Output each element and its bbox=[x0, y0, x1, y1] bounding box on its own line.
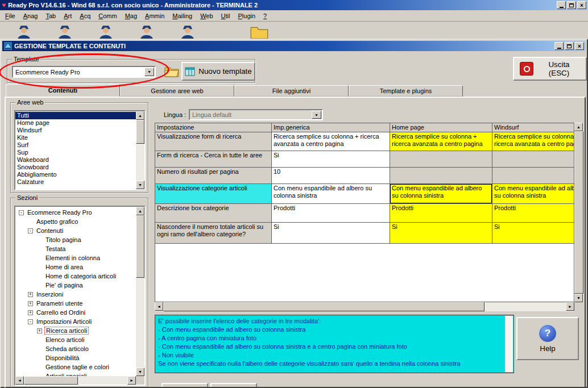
scrollbar-thumb[interactable] bbox=[136, 120, 144, 144]
tree-item-articoli-speciali[interactable]: Articoli speciali bbox=[16, 372, 136, 376]
list-item-sup[interactable]: Sup bbox=[15, 149, 136, 156]
dialog-close-button[interactable]: × bbox=[575, 42, 584, 50]
list-item-abbigliamento[interactable]: Abbigliamento bbox=[15, 171, 136, 178]
maximize-button[interactable] bbox=[567, 1, 576, 9]
tab-gestione-aree-web[interactable]: Gestione aree web bbox=[120, 85, 234, 97]
menu-item-util[interactable]: Util bbox=[217, 11, 234, 21]
setting-name-cell[interactable]: Nascondere il numero totale articoli su … bbox=[155, 223, 272, 244]
scrollbar-thumb[interactable] bbox=[136, 215, 144, 278]
menu-item-ammin[interactable]: Ammin bbox=[141, 11, 168, 21]
tree-item-carrello-ed-ordini[interactable]: +Carrello ed Ordini bbox=[16, 308, 136, 317]
tree-item-gestione-taglie-e-colori[interactable]: Gestione taglie e colori bbox=[16, 362, 136, 372]
collapse-icon[interactable]: - bbox=[28, 228, 33, 233]
menu-item-help[interactable]: ? bbox=[259, 11, 271, 21]
list-item-surf[interactable]: Surf bbox=[15, 141, 136, 149]
setting-value-cell[interactable]: Si bbox=[390, 223, 492, 244]
menu-item-mailing[interactable]: Mailing bbox=[168, 11, 196, 21]
setting-value-cell[interactable]: Ricerca semplice su colonna + ricerca av… bbox=[390, 132, 492, 151]
bottom-partial-button-1[interactable] bbox=[162, 383, 208, 388]
scroll-right-icon[interactable]: ► bbox=[127, 376, 136, 385]
expand-icon[interactable]: + bbox=[28, 301, 33, 306]
menu-item-anag[interactable]: Anag bbox=[19, 11, 42, 21]
bottom-partial-button-2[interactable]: × bbox=[210, 383, 257, 388]
list-item-kite[interactable]: Kite bbox=[15, 134, 136, 141]
help-button[interactable]: ? Help bbox=[516, 317, 579, 360]
scroll-right-icon[interactable]: ► bbox=[566, 302, 574, 311]
tab-file-aggiuntivi[interactable]: File aggiuntivi bbox=[234, 85, 349, 97]
setting-value-cell[interactable] bbox=[390, 168, 492, 184]
scrollbar-thumb[interactable] bbox=[163, 302, 485, 311]
setting-value-cell[interactable]: Si bbox=[272, 223, 390, 244]
template-combobox[interactable]: Ecommerce Ready Pro ▼ bbox=[12, 66, 156, 78]
tree-item-contenuti[interactable]: -Contenuti bbox=[16, 226, 136, 235]
scroll-up-icon[interactable]: ▲ bbox=[574, 123, 583, 131]
list-item-tutti[interactable]: Tutti bbox=[15, 112, 136, 119]
setting-value-cell[interactable]: Si bbox=[272, 151, 390, 168]
menu-item-plugin[interactable]: Plugin bbox=[234, 11, 260, 21]
open-folder-button[interactable] bbox=[163, 63, 180, 80]
tree-item-testata[interactable]: Testata bbox=[16, 244, 136, 253]
menu-item-comm[interactable]: Comm bbox=[94, 11, 121, 21]
collapse-icon[interactable]: - bbox=[19, 210, 24, 215]
info-scrollbar[interactable] bbox=[505, 316, 513, 372]
list-item-calzature[interactable]: Calzature bbox=[15, 178, 136, 186]
setting-name-cell[interactable]: Descrizione box categorie bbox=[155, 204, 272, 223]
setting-name-cell[interactable]: Numero di risultati per pagina bbox=[155, 168, 272, 184]
tab-template-e-plugins[interactable]: Template e plugins bbox=[349, 85, 463, 97]
collapse-icon[interactable]: - bbox=[28, 319, 33, 324]
lingua-combobox[interactable]: Lingua default ▼ bbox=[189, 109, 323, 120]
scroll-left-icon[interactable]: ◄ bbox=[155, 302, 163, 311]
tree-item-titolo-pagina[interactable]: Titolo pagina bbox=[16, 235, 136, 244]
setting-value-cell[interactable]: Prodotti bbox=[390, 204, 492, 223]
chevron-down-icon[interactable]: ▼ bbox=[144, 68, 154, 76]
menu-item-tab[interactable]: Tab bbox=[42, 11, 60, 21]
expand-icon[interactable]: + bbox=[28, 310, 33, 315]
tree-item-pie-di-pagina[interactable]: Pie' di pagina bbox=[16, 281, 136, 290]
scrollbar-thumb[interactable] bbox=[24, 376, 78, 385]
tree-item-parametri-utente[interactable]: +Parametri utente bbox=[16, 299, 136, 308]
expand-icon[interactable]: + bbox=[37, 328, 42, 333]
menu-item-art[interactable]: Art bbox=[60, 11, 76, 21]
tree-item-aspetto-grafico[interactable]: Aspetto grafico bbox=[16, 217, 136, 226]
tab-contenuti[interactable]: Contenuti bbox=[6, 84, 120, 97]
setting-name-cell[interactable]: Form di ricerca - Cerca in tutte le aree bbox=[155, 151, 272, 168]
tree-item-ecommerce-ready-pro[interactable]: -Ecommerce Ready Pro bbox=[16, 208, 136, 217]
scroll-down-icon[interactable]: ▼ bbox=[136, 181, 144, 189]
tree-item-home-di-categoria-articoli[interactable]: Home di categoria articoli bbox=[16, 272, 136, 281]
scroll-down-icon[interactable]: ▼ bbox=[574, 294, 583, 302]
tree-item-elenco-articoli[interactable]: Elenco articoli bbox=[16, 335, 136, 344]
tree-item-disponibilit[interactable]: Disponibilità bbox=[16, 353, 136, 362]
scroll-up-icon[interactable]: ▲ bbox=[136, 111, 144, 120]
dialog-maximize-button[interactable] bbox=[565, 42, 574, 50]
setting-value-cell[interactable]: Con menu espandibile ad albero su colonn… bbox=[390, 184, 492, 204]
setting-value-cell[interactable]: Con menu espandibile ad albero su colonn… bbox=[272, 184, 390, 204]
dialog-minimize-button[interactable] bbox=[554, 42, 564, 50]
setting-value-cell[interactable]: Prodotti bbox=[272, 204, 390, 223]
tree-item-scheda-articolo[interactable]: Scheda articolo bbox=[16, 344, 136, 353]
tree-item-ricerca-articoli[interactable]: +Ricerca articoli bbox=[16, 326, 136, 335]
exit-button[interactable]: Uscita (ESC) bbox=[513, 57, 587, 81]
setting-value-cell[interactable]: Si bbox=[492, 223, 575, 244]
list-item-windsurf[interactable]: Windsurf bbox=[15, 127, 136, 134]
setting-value-cell[interactable] bbox=[390, 151, 492, 168]
setting-value-cell[interactable]: Ricerca semplice su colonna + ricerca av… bbox=[492, 132, 575, 151]
setting-name-cell[interactable]: Visualizzazione categorie articoli bbox=[155, 184, 272, 204]
setting-value-cell[interactable] bbox=[492, 151, 575, 168]
setting-value-cell[interactable]: Ricerca semplice su colonna + ricerca av… bbox=[272, 132, 390, 151]
setting-value-cell[interactable] bbox=[492, 168, 575, 184]
chevron-down-icon[interactable]: ▼ bbox=[312, 111, 321, 119]
menu-item-web[interactable]: Web bbox=[196, 11, 217, 21]
setting-name-cell[interactable]: Visualizzazione form di ricerca bbox=[155, 132, 272, 151]
expand-icon[interactable]: + bbox=[28, 292, 33, 297]
new-template-button[interactable]: Nuovo template bbox=[181, 62, 255, 81]
tree-item-inserzioni[interactable]: +Inserzioni bbox=[16, 290, 136, 299]
tree-item-elementi-in-colonna[interactable]: Elementi in colonna bbox=[16, 253, 136, 262]
scrollbar-thumb[interactable] bbox=[574, 131, 583, 294]
setting-value-cell[interactable]: Con menu espandibile ad albero su colonn… bbox=[492, 184, 575, 204]
scroll-left-icon[interactable]: ◄ bbox=[15, 376, 24, 385]
list-item-wakeboard[interactable]: Wakeboard bbox=[15, 156, 136, 164]
setting-value-cell[interactable]: 10 bbox=[272, 168, 390, 184]
tree-item-home-di-area[interactable]: Home di area bbox=[16, 262, 136, 272]
menu-item-file[interactable]: File bbox=[1, 11, 19, 21]
list-item-snowboard[interactable]: Snowboard bbox=[15, 164, 136, 171]
